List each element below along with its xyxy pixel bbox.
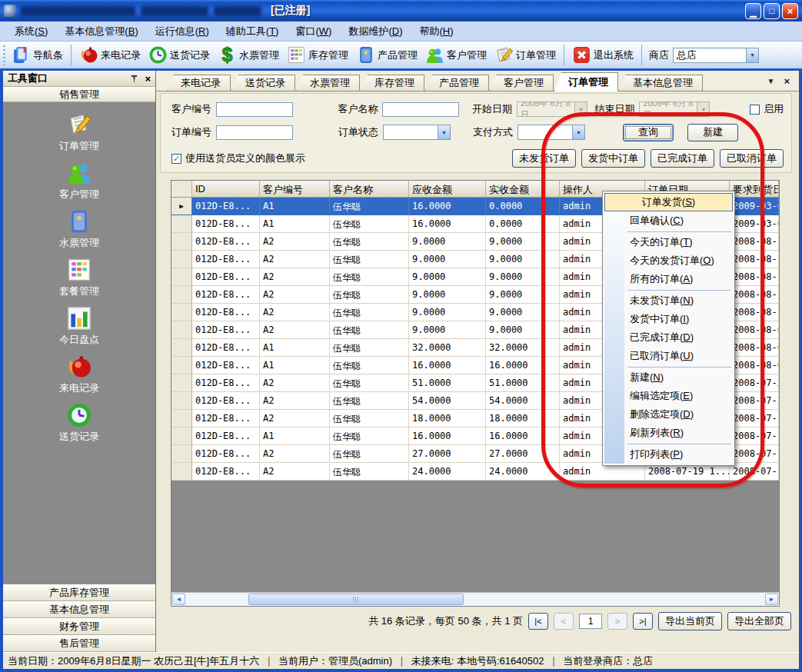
filter-button-发货中订单[interactable]: 发货中订单 xyxy=(581,149,645,168)
tab-来电记录[interactable]: 来电记录 xyxy=(167,75,231,91)
scrollbar-thumb[interactable] xyxy=(248,594,464,605)
toolbar-button-产品管理[interactable]: 产品管理 xyxy=(352,44,421,66)
sidebar-group-财务管理[interactable]: 财务管理 xyxy=(3,618,155,635)
menu-item-帮助[interactable]: 帮助(H) xyxy=(411,22,461,42)
minimize-button[interactable]: ▁ xyxy=(745,3,761,19)
filter-button-已完成订单[interactable]: 已完成订单 xyxy=(651,149,714,168)
tab-库存管理[interactable]: 库存管理 xyxy=(361,75,424,91)
color-display-checkbox[interactable]: ✓ xyxy=(171,154,181,164)
record-summary: 共 16 条记录，每页 50 条，共 1 页 xyxy=(368,614,523,628)
start-date-picker[interactable]: 2009年 6月 8日 ▼ xyxy=(517,101,587,117)
tab-送货记录[interactable]: 送货记录 xyxy=(231,75,295,91)
toolbar-button-导航条[interactable]: 导航条 xyxy=(8,44,67,66)
grid-column-header-ID[interactable]: ID xyxy=(192,181,260,197)
tab-list-dropdown-icon[interactable]: ▼ xyxy=(767,77,775,85)
context-menu-item-今天的订单[interactable]: 今天的订单(T) xyxy=(604,233,733,251)
menu-item-辅助工具[interactable]: 辅助工具(T) xyxy=(218,22,288,42)
context-menu-item-所有的订单[interactable]: 所有的订单(A) xyxy=(604,270,733,288)
sidebar-item-订单管理[interactable]: 订单管理 xyxy=(3,111,155,160)
menu-item-数据维护[interactable]: 数据维护(D) xyxy=(340,22,411,42)
tool-window-close-icon[interactable]: × xyxy=(145,74,151,84)
sidebar-item-今日盘点[interactable]: 今日盘点 xyxy=(3,305,155,354)
sidebar-item-来电记录[interactable]: 来电记录 xyxy=(3,354,155,402)
context-menu-item-刷新列表[interactable]: 刷新列表(R) xyxy=(604,424,733,442)
maximize-button[interactable]: □ xyxy=(764,3,780,19)
tab-产品管理[interactable]: 产品管理 xyxy=(425,75,489,91)
shop-select[interactable]: 总店▼ xyxy=(673,48,759,63)
scroll-left-icon[interactable]: ◄ xyxy=(172,594,185,605)
last-page-button[interactable]: >| xyxy=(633,613,653,630)
cell-receivable: 32.0000 xyxy=(409,339,486,357)
grid-column-header-客户编号[interactable]: 客户编号 xyxy=(260,181,330,197)
app-window: [已注册] ▁ □ × 系统(S)基本信息管理(B)运行信息(R)辅助工具(T)… xyxy=(0,0,802,672)
sidebar-group-sales[interactable]: 销售管理 xyxy=(3,87,155,102)
sidebar-group-产品库存管理[interactable]: 产品库存管理 xyxy=(3,584,155,601)
context-menu-item-订单发货[interactable]: 订单发货(S) xyxy=(604,193,733,211)
scroll-right-icon[interactable]: ► xyxy=(765,594,778,605)
tab-客户管理[interactable]: 客户管理 xyxy=(490,75,554,91)
pin-icon[interactable] xyxy=(130,75,138,83)
end-date-picker[interactable]: 2009年 6月 8日 ▼ xyxy=(639,101,710,117)
grid-column-header-要求到货日期[interactable]: 要求到货日期 xyxy=(730,181,779,197)
new-button[interactable]: 新建 xyxy=(687,124,738,141)
status-bar-separator: ｜ xyxy=(264,654,274,668)
grid-column-header-实收金额[interactable]: 实收金额 xyxy=(486,181,560,197)
context-menu-item-已取消订单[interactable]: 已取消订单(U) xyxy=(604,347,733,365)
menu-item-系统[interactable]: 系统(S) xyxy=(6,22,56,42)
sidebar-item-套餐管理[interactable]: 套餐管理 xyxy=(3,257,155,305)
cell-receivable: 16.0000 xyxy=(409,198,486,215)
context-menu-item-发货中订单[interactable]: 发货中订单(I) xyxy=(604,310,733,328)
first-page-button[interactable]: |< xyxy=(528,613,548,630)
tab-订单管理[interactable]: 订单管理 xyxy=(554,72,618,91)
toolbar-button-客户管理[interactable]: 客户管理 xyxy=(421,44,491,66)
grid-column-header-客户名称[interactable]: 客户名称 xyxy=(330,181,409,197)
toolbar-button-送货记录[interactable]: 送货记录 xyxy=(145,44,214,66)
menu-item-运行信息[interactable]: 运行信息(R) xyxy=(147,22,218,42)
prev-page-button[interactable]: < xyxy=(554,613,574,630)
menu-item-窗口[interactable]: 窗口(W) xyxy=(287,22,340,42)
toolbar-button-退出系统[interactable]: 退出系统 xyxy=(568,44,637,66)
enable-checkbox[interactable] xyxy=(750,105,760,115)
sidebar-item-送货记录[interactable]: 送货记录 xyxy=(3,402,155,451)
context-menu-item-今天的发货订单[interactable]: 今天的发货订单(O) xyxy=(604,251,733,270)
query-button[interactable]: 查询 xyxy=(623,124,674,141)
filter-button-已取消订单[interactable]: 已取消订单 xyxy=(720,149,784,168)
export-current-page-button[interactable]: 导出当前页 xyxy=(658,612,722,630)
tab-基本信息管理[interactable]: 基本信息管理 xyxy=(619,75,703,91)
context-menu-item-未发货订单[interactable]: 未发货订单(N) xyxy=(604,291,733,310)
context-menu-item-新建[interactable]: 新建(N) xyxy=(604,368,733,387)
customer-name-input[interactable] xyxy=(382,102,459,117)
toolbar-button-库存管理[interactable]: 库存管理 xyxy=(283,44,352,66)
scrollbar-track[interactable] xyxy=(185,594,765,605)
bell-icon xyxy=(79,45,98,65)
context-menu-item-编辑选定项[interactable]: 编辑选定项(E) xyxy=(604,387,733,405)
close-button[interactable]: × xyxy=(782,3,798,19)
order-status-select[interactable]: ▼ xyxy=(383,125,451,140)
sidebar-group-售后管理[interactable]: 售后管理 xyxy=(3,635,155,652)
sidebar-group-基本信息管理[interactable]: 基本信息管理 xyxy=(3,601,155,618)
page-number-input[interactable] xyxy=(579,614,602,629)
horizontal-scrollbar[interactable]: ◄ ► xyxy=(171,592,779,606)
cell-id: 012D-E8... xyxy=(192,392,260,410)
filter-button-未发货订单[interactable]: 未发货订单 xyxy=(512,149,576,168)
context-menu-item-回单确认[interactable]: 回单确认(C) xyxy=(604,211,733,230)
pay-method-select[interactable]: ▼ xyxy=(517,125,585,140)
tab-close-icon[interactable]: × xyxy=(784,75,790,87)
grid-column-header-indicator[interactable] xyxy=(171,181,192,197)
next-page-button[interactable]: > xyxy=(607,613,627,630)
export-all-pages-button[interactable]: 导出全部页 xyxy=(727,612,791,630)
toolbar-button-来电记录[interactable]: 来电记录 xyxy=(75,44,145,66)
grid-column-header-应收金额[interactable]: 应收金额 xyxy=(409,181,486,197)
toolbar-button-水票管理[interactable]: $水票管理 xyxy=(214,44,283,66)
tab-水票管理[interactable]: 水票管理 xyxy=(296,75,360,91)
menu-item-基本信息管理[interactable]: 基本信息管理(B) xyxy=(56,22,146,42)
context-menu-item-已完成订单[interactable]: 已完成订单(D) xyxy=(604,328,733,347)
customer-no-input[interactable] xyxy=(216,102,293,117)
order-no-input[interactable] xyxy=(216,125,293,140)
sidebar-item-客户管理[interactable]: 客户管理 xyxy=(3,160,155,208)
context-menu-item-打印列表[interactable]: 打印列表(P) xyxy=(604,445,733,464)
redacted-text-block xyxy=(20,6,135,16)
context-menu-item-删除选定项[interactable]: 删除选定项(D) xyxy=(604,405,733,424)
toolbar-button-订单管理[interactable]: 订单管理 xyxy=(491,44,560,66)
sidebar-item-水票管理[interactable]: 水票管理 xyxy=(3,208,155,257)
